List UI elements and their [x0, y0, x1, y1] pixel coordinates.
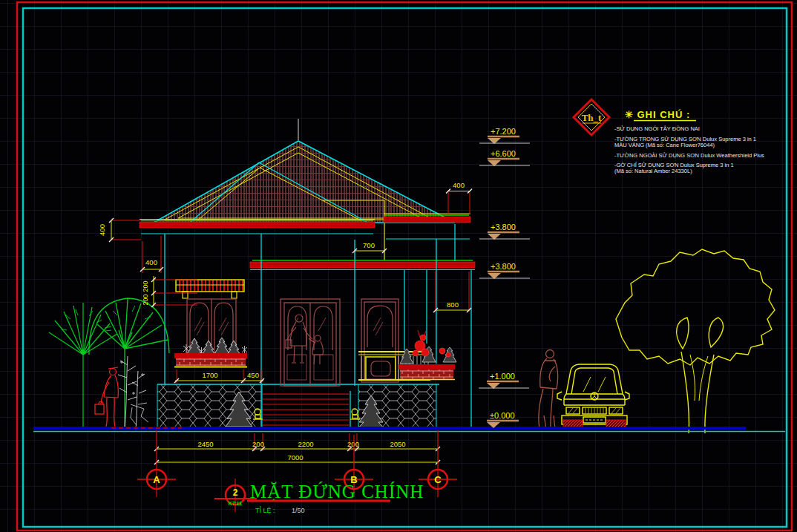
dim-wall-offset: 400 [140, 236, 163, 273]
step-lamps [253, 409, 360, 419]
drawing-title: MẶT ĐỨNG CHÍNH [250, 482, 424, 502]
dim-bottom-row1: 2450 200 2200 200 2050 [154, 433, 440, 451]
level-label: +3.800 [491, 262, 516, 271]
level-markers: +7.200 +6.600 +3.800 +3.800 +1.000 [479, 127, 530, 428]
stone-bases [157, 384, 436, 428]
note-line: MÀU VÀNG (Mã số: Cane Flower76044) [614, 142, 715, 148]
detail-number: 2 [233, 487, 238, 498]
scale-value: 1/50 [292, 507, 305, 514]
white-shrub [118, 356, 148, 429]
flower-box-right [398, 330, 456, 380]
dim-window: 1700 450 [174, 370, 264, 383]
axis-label: A [153, 474, 160, 485]
dim-bottom-row2: 7000 [154, 453, 440, 464]
woman-figure [95, 367, 118, 427]
ground-line [33, 428, 785, 432]
grid-bubble-c: C [419, 430, 457, 497]
dim-label: 7000 [287, 453, 303, 462]
title-block: 2 KT:11 MẶT ĐỨNG CHÍNH TỈ LỆ : 1/50 [214, 479, 424, 514]
dim-porch-overhang: 800 [433, 272, 471, 312]
dim-label: 200 [347, 440, 359, 448]
dim-label: 450 [247, 371, 259, 379]
level-label: +7.200 [491, 127, 516, 136]
notes-heading: ✳ GHI CHÚ : [625, 109, 690, 120]
dim-label: 2450 [197, 440, 213, 448]
level-eave-right: +3.800 [479, 223, 530, 240]
level-porch-floor: +1.000 [479, 372, 529, 389]
level-ridge: +7.200 [479, 127, 530, 144]
note-line: -TƯỜNG NGOÀI SỬ DỤNG SƠN Dulux Weathersh… [614, 152, 764, 159]
dim-label: 800 [447, 301, 459, 309]
dim-label: 400 [98, 224, 106, 236]
notes-block: Th_t ✳ GHI CHÚ : -SỬ DỤNG NGÓI TÂY ĐỒNG … [574, 99, 764, 174]
car [557, 364, 629, 428]
awning [176, 280, 244, 298]
woman-child-silhouette [286, 315, 323, 364]
note-line: -SỬ DỤNG NGÓI TÂY ĐỒNG NAI [614, 125, 700, 132]
level-label: +6.600 [491, 149, 516, 158]
door-right [361, 299, 398, 382]
dim-label: 200 [142, 294, 149, 305]
stamp-text: Th_t [582, 112, 602, 123]
dim-label: 400 [453, 181, 465, 189]
dim-label: 1700 [202, 371, 217, 379]
dim-label: 400 [145, 258, 157, 266]
main-door [281, 299, 340, 386]
tree-right [616, 249, 775, 433]
stamp-diamond: Th_t [574, 99, 609, 135]
grid-bubble-a: A [137, 430, 176, 497]
dim-label: 2050 [390, 440, 405, 448]
level-label: +3.800 [491, 223, 516, 231]
cad-viewport[interactable]: +7.200 +6.600 +3.800 +3.800 +1.000 [0, 0, 797, 532]
scale-label: TỈ LỆ : [255, 506, 275, 514]
elevation-drawing: +7.200 +6.600 +3.800 +3.800 +1.000 [0, 0, 797, 532]
axis-label: C [434, 474, 442, 485]
level-porch-eave: +3.800 [479, 262, 530, 279]
man-figure [539, 350, 558, 430]
level-label: +1.000 [490, 372, 515, 381]
dim-label: 700 [363, 241, 375, 249]
fascia-right [384, 214, 470, 239]
level-ground: ±0.000 [487, 411, 519, 428]
dim-label: 2200 [298, 440, 313, 448]
sheet-code: KT:11 [229, 501, 242, 506]
fascia-porch [250, 260, 475, 270]
dim-roof-overhang: 400 [446, 181, 472, 214]
level-roof-mid: +6.600 [479, 149, 530, 166]
dim-label: 200 [252, 440, 264, 448]
dim-ridge-inset: 700 [352, 241, 387, 253]
dim-label: 200 [142, 280, 149, 292]
dim-fascia-height: 400 [98, 218, 141, 242]
note-line: (Mã số: Natural Amber 24330L) [614, 168, 692, 174]
entry-steps [253, 391, 360, 428]
level-label: ±0.000 [490, 411, 515, 420]
